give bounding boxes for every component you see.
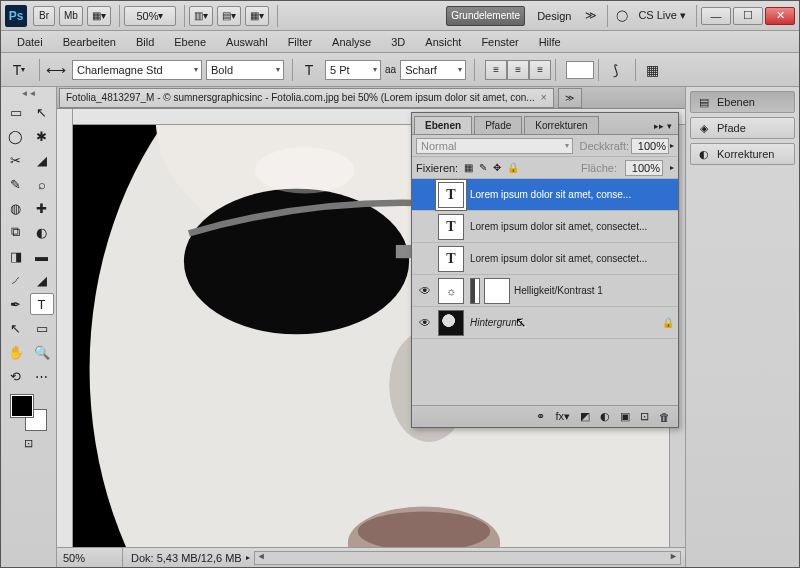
tool-10-1[interactable]: 🔍	[30, 341, 54, 363]
panel-menu-button[interactable]: ▸▸ ▾	[648, 118, 678, 134]
layer-row[interactable]: 👁Hintergrund🔒	[412, 307, 678, 339]
layer-row[interactable]: TLorem ipsum dolor sit amet, consectet..…	[412, 211, 678, 243]
tool-11-0[interactable]: ⟲	[4, 365, 28, 387]
tool-3-1[interactable]: ⌕	[30, 173, 54, 195]
document-tab[interactable]: Fotolia_4813297_M - © sumnersgraphicsinc…	[59, 88, 554, 108]
tool-7-0[interactable]: ⟋	[4, 269, 28, 291]
menu-datei[interactable]: Datei	[7, 33, 53, 51]
workspace-more[interactable]: ≫	[579, 9, 603, 22]
layer-group-icon[interactable]: ▣	[620, 410, 630, 423]
status-zoom[interactable]: 50%	[57, 548, 123, 567]
visibility-toggle[interactable]: 👁	[416, 314, 434, 332]
opacity-input[interactable]: 100%	[631, 138, 669, 154]
menu-analyse[interactable]: Analyse	[322, 33, 381, 51]
close-tab-icon[interactable]: ×	[541, 92, 547, 103]
link-layers-icon[interactable]: ⚭	[536, 410, 545, 423]
tool-9-1[interactable]: ▭	[30, 317, 54, 339]
panel-tab-korrekturen[interactable]: Korrekturen	[524, 116, 598, 134]
tool-5-1[interactable]: ◐	[30, 221, 54, 243]
tool-0-1[interactable]: ↖	[30, 101, 54, 123]
tool-10-0[interactable]: ✋	[4, 341, 28, 363]
lock-label: Fixieren:	[416, 162, 458, 174]
visibility-toggle[interactable]	[416, 250, 434, 268]
menu-fenster[interactable]: Fenster	[471, 33, 528, 51]
antialias-dropdown[interactable]: Scharf	[400, 60, 466, 80]
panel-tab-ebenen[interactable]: Ebenen	[414, 116, 472, 134]
tool-0-0[interactable]: ▭	[4, 101, 28, 123]
tool-2-1[interactable]: ◢	[30, 149, 54, 171]
lock-position-icon[interactable]: ✥	[493, 162, 501, 173]
menu-3d[interactable]: 3D	[381, 33, 415, 51]
text-color-swatch[interactable]	[566, 61, 594, 79]
tool-8-1[interactable]: T	[30, 293, 54, 315]
blend-mode-dropdown[interactable]: Normal	[416, 138, 573, 154]
new-layer-icon[interactable]: ⊡	[640, 410, 649, 423]
layer-fx-icon[interactable]: fx▾	[555, 410, 570, 423]
fill-input[interactable]: 100%	[625, 160, 663, 176]
layer-row[interactable]: TLorem ipsum dolor sit amet, conse...	[412, 179, 678, 211]
align-right-button[interactable]: ≡	[529, 60, 551, 80]
orientation-icon[interactable]: ⟷	[44, 58, 68, 82]
tool-5-0[interactable]: ⧉	[4, 221, 28, 243]
delete-layer-icon[interactable]: 🗑	[659, 411, 670, 423]
menu-filter[interactable]: Filter	[278, 33, 322, 51]
align-center-button[interactable]: ≡	[507, 60, 529, 80]
menu-ansicht[interactable]: Ansicht	[415, 33, 471, 51]
lock-transparent-icon[interactable]: ▦	[464, 162, 473, 173]
layer-mask-icon[interactable]: ◩	[580, 410, 590, 423]
foreground-color-swatch[interactable]	[11, 395, 33, 417]
font-family-dropdown[interactable]: Charlemagne Std	[72, 60, 202, 80]
cslive-button[interactable]: CS Live ▾	[632, 9, 692, 22]
panel-tab-pfade[interactable]: Pfade	[474, 116, 522, 134]
warp-text-button[interactable]: ⟆	[603, 58, 627, 82]
tool-6-0[interactable]: ◨	[4, 245, 28, 267]
menu-bearbeiten[interactable]: Bearbeiten	[53, 33, 126, 51]
layer-row[interactable]: TLorem ipsum dolor sit amet, consectet..…	[412, 243, 678, 275]
dock-ebenen[interactable]: ▤Ebenen	[690, 91, 795, 113]
font-size-dropdown[interactable]: 5 Pt	[325, 60, 381, 80]
tool-3-0[interactable]: ✎	[4, 173, 28, 195]
adjustment-layer-icon[interactable]: ◐	[600, 410, 610, 423]
color-swatches[interactable]	[11, 395, 47, 431]
tool-1-0[interactable]: ◯	[4, 125, 28, 147]
minimize-button[interactable]: —	[701, 7, 731, 25]
tool-preset-icon[interactable]: T▾	[7, 58, 31, 82]
menu-auswahl[interactable]: Auswahl	[216, 33, 278, 51]
tool-11-1[interactable]: ⋯	[30, 365, 54, 387]
tool-8-0[interactable]: ✒	[4, 293, 28, 315]
align-left-button[interactable]: ≡	[485, 60, 507, 80]
doc-layout-button[interactable]: ▦▾	[87, 6, 111, 26]
visibility-toggle[interactable]: 👁	[416, 282, 434, 300]
tool-4-0[interactable]: ◍	[4, 197, 28, 219]
menu-hilfe[interactable]: Hilfe	[529, 33, 571, 51]
tool-2-0[interactable]: ✂	[4, 149, 28, 171]
layer-row[interactable]: 👁☼Helligkeit/Kontrast 1	[412, 275, 678, 307]
dock-korrekturen[interactable]: ◐Korrekturen	[690, 143, 795, 165]
bridge-button[interactable]: Br	[33, 6, 55, 26]
menu-bild[interactable]: Bild	[126, 33, 164, 51]
minibridge-button[interactable]: Mb	[59, 6, 83, 26]
maximize-button[interactable]: ☐	[733, 7, 763, 25]
tab-overflow-button[interactable]: ≫	[558, 88, 582, 108]
tool-1-1[interactable]: ✱	[30, 125, 54, 147]
workspace-design[interactable]: Design	[529, 10, 579, 22]
tool-9-0[interactable]: ↖	[4, 317, 28, 339]
extras-button-3[interactable]: ▦▾	[245, 6, 269, 26]
close-button[interactable]: ✕	[765, 7, 795, 25]
visibility-toggle[interactable]	[416, 186, 434, 204]
lock-pixels-icon[interactable]: ✎	[479, 162, 487, 173]
visibility-toggle[interactable]	[416, 218, 434, 236]
menu-ebene[interactable]: Ebene	[164, 33, 216, 51]
tool-6-1[interactable]: ▬	[30, 245, 54, 267]
dock-pfade[interactable]: ◈Pfade	[690, 117, 795, 139]
character-panel-button[interactable]: ▦	[640, 58, 664, 82]
zoom-dropdown[interactable]: 50% ▾	[124, 6, 176, 26]
lock-all-icon[interactable]: 🔒	[507, 162, 519, 173]
workspace-grundelemente[interactable]: Grundelemente	[446, 6, 525, 26]
extras-button-2[interactable]: ▤▾	[217, 6, 241, 26]
font-weight-dropdown[interactable]: Bold	[206, 60, 284, 80]
extras-button-1[interactable]: ▥▾	[189, 6, 213, 26]
horizontal-scrollbar[interactable]	[254, 551, 681, 565]
tool-4-1[interactable]: ✚	[30, 197, 54, 219]
tool-7-1[interactable]: ◢	[30, 269, 54, 291]
